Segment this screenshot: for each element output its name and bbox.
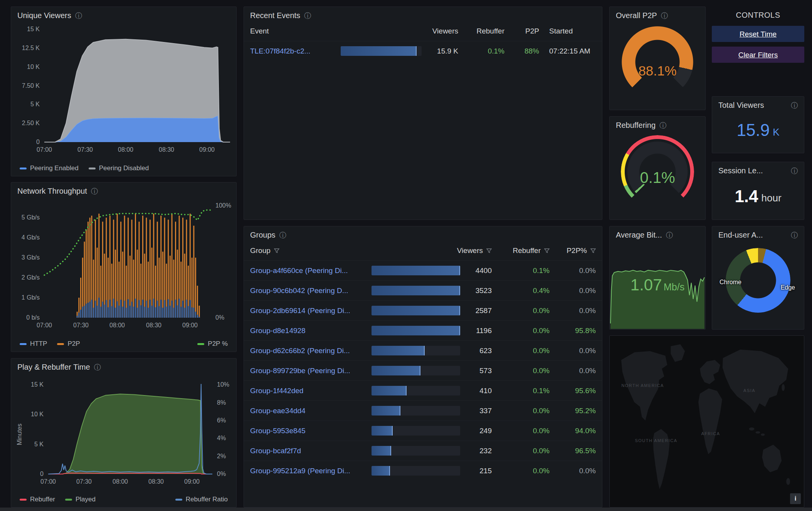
panel-title: Play & Rebuffer Time [17, 363, 90, 372]
column-header-viewers[interactable]: Viewers [341, 27, 458, 35]
y-axis-tick: 0 [36, 138, 40, 146]
y-axis-tick: 100% [215, 202, 231, 209]
panel-title: Overall P2P [616, 11, 657, 20]
legend-swatch [20, 168, 27, 169]
y-axis-tick: 10 K [31, 410, 44, 418]
info-icon[interactable]: ⓘ [659, 122, 666, 129]
info-icon[interactable]: ⓘ [75, 12, 82, 19]
group-viewers-bar [372, 446, 460, 456]
column-header-group[interactable]: Group [250, 246, 372, 255]
group-rebuffer-value: 0.0% [492, 327, 550, 335]
group-link[interactable]: Group-1f442ded [250, 387, 303, 395]
column-header-p2p-percent[interactable]: P2P% [550, 246, 596, 255]
x-axis-tick: 08:00 [109, 322, 125, 329]
group-link[interactable]: Group-d8e14928 [250, 327, 306, 335]
y-axis-tick: 12.5 K [22, 44, 40, 52]
x-axis-tick: 07:30 [73, 322, 89, 329]
column-header-p2p[interactable]: P2P [504, 27, 539, 35]
info-icon[interactable]: ⓘ [304, 12, 311, 19]
average-bitrate-value: 1.07 Mb/s [610, 276, 705, 294]
panel-unique-viewers: Unique Viewers ⓘ 02.50 K5 K7.50 K10 K12.… [11, 7, 237, 176]
group-viewers-bar [372, 466, 460, 476]
group-row: Group-5953e845 249 0.0% 94.0% [244, 421, 602, 441]
y-axis-tick: 15 K [31, 381, 44, 388]
map-label-africa: AFRICA [701, 431, 720, 436]
group-p2p-value: 94.0% [550, 427, 596, 435]
group-link[interactable]: Group-899729be (Peering Di... [250, 367, 350, 375]
column-header-rebuffer[interactable]: Rebuffer [492, 246, 550, 255]
map-label-south-america: SOUTH AMERICA [635, 438, 678, 443]
filter-icon[interactable] [274, 248, 279, 253]
group-viewers-value: 232 [465, 447, 492, 455]
legend-item-p2p-percent[interactable]: P2P % [197, 340, 228, 348]
filter-icon[interactable] [544, 248, 550, 253]
x-axis-tick: 07:00 [40, 478, 56, 485]
info-icon[interactable]: ⓘ [791, 168, 798, 174]
y-axis-tick: 2.50 K [22, 119, 40, 127]
chart-legend: HTTP P2P P2P % [20, 340, 228, 348]
info-icon[interactable]: ⓘ [94, 364, 101, 371]
group-row: Group-995212a9 (Peering Di... 215 0.0% 0… [244, 461, 602, 481]
clear-filters-button[interactable]: Clear Filters [712, 47, 804, 63]
map-label-asia: ASIA [743, 388, 755, 393]
panel-header: Play & Rebuffer Time ⓘ [11, 359, 236, 373]
column-label: Viewers [457, 246, 483, 255]
group-p2p-value: 0.0% [550, 286, 596, 295]
legend-swatch [197, 343, 204, 345]
legend-item-rebuffer[interactable]: Rebuffer [20, 496, 55, 503]
y-axis-tick: 5 K [34, 441, 44, 448]
legend-item-played[interactable]: Played [65, 496, 96, 503]
groups-table-header: Group Viewers Rebuffer P2P% [244, 241, 602, 260]
panel-header: CONTROLS [712, 7, 804, 21]
legend-item-peering-disabled[interactable]: Peering Disabled [89, 164, 149, 172]
legend-label: Peering Disabled [99, 164, 149, 172]
info-icon[interactable]: ⓘ [791, 102, 798, 109]
group-viewers-value: 410 [465, 387, 492, 395]
session-length-value: 1.4 hour [712, 177, 804, 216]
column-header-started[interactable]: Started [539, 27, 596, 35]
y-axis-tick: 15 K [27, 25, 40, 33]
map-attribution-button[interactable]: i [790, 493, 801, 504]
stat-unit: Mb/s [664, 281, 684, 292]
reset-time-button[interactable]: Reset Time [712, 26, 804, 42]
info-icon[interactable]: ⓘ [666, 232, 673, 239]
column-header-rebuffer[interactable]: Rebuffer [458, 27, 504, 35]
y-axis-tick: 0% [217, 470, 226, 477]
info-icon[interactable]: ⓘ [791, 232, 798, 239]
group-link[interactable]: Group-5953e845 [250, 427, 306, 435]
play-rebuffer-chart: Minutes 05 K10 K15 K0%2%4%6%8%10%07:0007… [11, 375, 236, 487]
legend-item-p2p[interactable]: P2P [57, 340, 80, 348]
column-header-event[interactable]: Event [250, 27, 341, 35]
panel-title: Recent Events [250, 11, 300, 20]
info-icon[interactable]: ⓘ [661, 12, 668, 19]
group-link[interactable]: Group-bcaf2f7d [250, 447, 301, 455]
group-p2p-value: 95.2% [550, 407, 596, 415]
group-link[interactable]: Group-eae34dd4 [250, 407, 306, 415]
event-link[interactable]: TLE:07f84f2b-c2... [250, 47, 310, 55]
filter-icon[interactable] [590, 248, 596, 253]
group-viewers-value: 215 [465, 467, 492, 475]
group-rebuffer-value: 0.0% [492, 467, 550, 475]
y-axis-tick: 3 Gb/s [22, 254, 40, 261]
legend-item-rebuffer-ratio[interactable]: Rebuffer Ratio [175, 496, 228, 503]
average-bitrate-sparkline [610, 260, 705, 329]
group-link[interactable]: Group-90c6b042 (Peering D... [250, 286, 348, 295]
panel-groups: Groups ⓘ Group Viewers Rebuffer P2P% Gro… [244, 226, 602, 508]
group-link[interactable]: Group-995212a9 (Peering Di... [250, 467, 350, 475]
filter-icon[interactable] [486, 248, 492, 253]
info-icon[interactable]: ⓘ [279, 232, 286, 239]
info-icon[interactable]: ⓘ [91, 188, 98, 195]
legend-item-peering-enabled[interactable]: Peering Enabled [20, 164, 79, 172]
group-link[interactable]: Group-d62c66b2 (Peering Di... [250, 347, 350, 355]
group-link[interactable]: Group-2db69614 (Peering Di... [250, 307, 350, 315]
column-header-viewers[interactable]: Viewers [372, 246, 492, 255]
legend-label: P2P [67, 340, 80, 348]
y-axis-tick: 4 Gb/s [22, 234, 40, 241]
legend-item-http[interactable]: HTTP [20, 340, 47, 348]
x-axis-tick: 08:00 [118, 146, 133, 153]
y-axis-tick: 0 b/s [26, 314, 40, 321]
group-link[interactable]: Group-a4f660ce (Peering Di... [250, 266, 348, 275]
panel-header: Overall P2P ⓘ [610, 7, 705, 22]
horizontal-scrollbar[interactable] [0, 508, 812, 511]
panel-rebuffering: Rebuffering ⓘ 0.1% [609, 116, 706, 220]
